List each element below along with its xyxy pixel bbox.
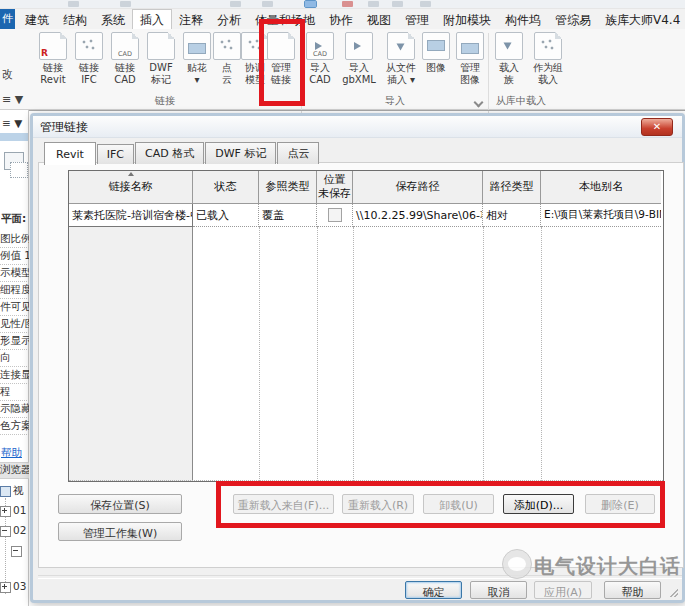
plan-label-fragment: 平面:: [1, 212, 29, 226]
property-row: 细程度: [0, 283, 29, 299]
ribbon-tab-guanzongyi[interactable]: 管综易: [548, 9, 598, 29]
properties-help-link[interactable]: 帮助: [1, 446, 29, 460]
link-cad-label: 链接 CAD: [108, 62, 142, 86]
link-cad-button[interactable]: CAD 链接 CAD: [108, 32, 142, 86]
tab-cad-formats[interactable]: CAD 格式: [135, 142, 204, 164]
qat-icon[interactable]: [120, 1, 131, 7]
column-header-saved-path[interactable]: 保存路径: [353, 171, 483, 204]
insert-from-file-icon: [387, 32, 415, 60]
qat-icon[interactable]: [342, 1, 353, 7]
import-gbxml-label: 导入 gbXML: [339, 62, 379, 86]
image-button[interactable]: 图像: [421, 32, 451, 74]
load-family-label: 载入 族: [492, 62, 526, 86]
help-button[interactable]: 帮助: [604, 581, 661, 599]
tree-item-01[interactable]: 01: [0, 504, 29, 518]
ribbon-tab-insert[interactable]: 插入: [132, 9, 172, 29]
position-not-saved-checkbox[interactable]: [328, 208, 342, 222]
cancel-button[interactable]: 取消: [470, 581, 527, 599]
tab-ifc[interactable]: IFC: [97, 144, 134, 164]
property-row: 连接显: [0, 368, 29, 384]
load-as-group-button[interactable]: 作为组 载入: [528, 32, 568, 86]
dwf-markup-button[interactable]: DWF 标记: [144, 32, 178, 86]
tab-dwf-markups[interactable]: DWF 标记: [205, 142, 276, 164]
qat-icon-active[interactable]: [305, 1, 316, 7]
panel-label-load-from-library: 从库中载入: [486, 94, 556, 108]
manage-worksets-button[interactable]: 管理工作集(W): [58, 522, 182, 541]
import-gbxml-icon: [345, 32, 373, 60]
import-dialog-launcher-icon[interactable]: [474, 98, 482, 106]
apply-button[interactable]: 应用(A): [534, 581, 592, 599]
collapse-icon[interactable]: [0, 526, 11, 537]
ribbon-tab-systems[interactable]: 系统: [94, 9, 132, 29]
close-icon[interactable]: ✕: [641, 118, 673, 136]
property-row: 形显示: [0, 334, 29, 350]
qat-icon[interactable]: [392, 1, 403, 7]
panel-label-link: 链接: [130, 94, 200, 108]
qat-icon[interactable]: [68, 1, 79, 7]
column-header-reference-type[interactable]: 参照类型: [259, 171, 317, 204]
import-gbxml-button[interactable]: 导入 gbXML: [339, 32, 379, 86]
link-ifc-label: 链接 IFC: [72, 62, 106, 86]
image-label: 图像: [421, 62, 451, 74]
expand-icon[interactable]: [0, 506, 11, 517]
resize-grip[interactable]: [669, 588, 678, 597]
ribbon-tab-structure[interactable]: 结构: [56, 9, 94, 29]
file-menu-button[interactable]: 件: [0, 9, 15, 29]
property-row: 向: [0, 351, 29, 367]
expand-icon[interactable]: [0, 582, 11, 593]
ribbon-tab-collaborate[interactable]: 协作: [322, 9, 360, 29]
cell-link-name: 莱素托医院-培训宿舍楼-中: [69, 204, 193, 227]
qat-icon[interactable]: [420, 1, 431, 7]
dialog-tab-strip: Revit IFC CAD 格式 DWF 标记 点云: [44, 142, 320, 164]
ribbon-tab-annotate[interactable]: 注释: [172, 9, 210, 29]
column-header-path-type[interactable]: 路径类型: [483, 171, 541, 204]
tree-item-03[interactable]: 03: [0, 580, 29, 594]
tab-revit[interactable]: Revit: [44, 142, 96, 165]
edit-type-graphic-2: [10, 162, 28, 178]
insert-from-file-label: 从文件 插入 ▾: [381, 62, 421, 86]
tree-item-02[interactable]: 02: [0, 524, 29, 538]
qat-icon[interactable]: [368, 1, 379, 7]
ribbon-tab-goujianwu[interactable]: 构件坞: [498, 9, 548, 29]
cell-reference-type: 覆盖: [259, 204, 317, 227]
qat-icon[interactable]: [230, 1, 241, 7]
image-icon: [422, 32, 450, 60]
ribbon-tab-analyze[interactable]: 分析: [210, 9, 248, 29]
table-row[interactable]: 莱素托医院-培训宿舍楼-中 已载入 覆盖 \\10.2.25.99\Share\…: [69, 204, 663, 227]
decal-button[interactable]: 贴花 ▾: [180, 32, 214, 86]
save-positions-button[interactable]: 保存位置(S): [58, 494, 182, 514]
tree-item-views[interactable]: 视: [0, 484, 29, 498]
watermark-logo: [502, 549, 532, 579]
sort-ascending-icon: [128, 172, 134, 176]
property-row: 示模型: [0, 266, 29, 282]
tab-point-clouds[interactable]: 点云: [277, 142, 319, 164]
load-family-button[interactable]: 载入 族: [492, 32, 526, 86]
manage-images-button[interactable]: 管理 图像: [453, 32, 487, 86]
ribbon-tab-manage[interactable]: 管理: [398, 9, 436, 29]
cell-path-type: 相对: [483, 204, 541, 227]
qat-icon[interactable]: [262, 1, 273, 7]
ribbon-tab-zuku-dashi[interactable]: 族库大师V4.4: [598, 9, 685, 29]
type-selector-fragment-2[interactable]: ≡ ▼: [2, 117, 28, 129]
import-cad-label: 导入 CAD: [303, 62, 337, 86]
import-cad-button[interactable]: CAD 导入 CAD: [303, 32, 337, 86]
column-header-status[interactable]: 状态: [193, 171, 259, 204]
ok-button[interactable]: 确定: [405, 581, 462, 599]
ribbon-tab-addins[interactable]: 附加模块: [436, 9, 498, 29]
column-header-position-not-saved[interactable]: 位置 未保存: [317, 171, 353, 204]
link-ifc-button[interactable]: 链接 IFC: [72, 32, 106, 86]
insert-from-file-button[interactable]: 从文件 插入 ▾: [381, 32, 421, 86]
column-header-local-alias[interactable]: 本地别名: [541, 171, 661, 204]
dwf-markup-label: DWF 标记: [144, 62, 178, 86]
collapse-icon[interactable]: [11, 546, 22, 557]
link-revit-button[interactable]: R 链接 Revit: [36, 32, 70, 86]
property-row: 示隐藏: [0, 402, 29, 418]
dialog-titlebar[interactable]: 管理链接 ✕: [33, 116, 682, 138]
column-header-link-name[interactable]: 链接名称: [69, 171, 193, 204]
property-row: 图比例: [0, 232, 29, 248]
ribbon-tab-view[interactable]: 视图: [360, 9, 398, 29]
type-selector-fragment[interactable]: ≡ ▼: [2, 93, 23, 106]
table-empty-name-column: [69, 227, 193, 481]
ribbon-tab-architecture[interactable]: 建筑: [18, 9, 56, 29]
manage-links-dialog: 管理链接 ✕ Revit IFC CAD 格式 DWF 标记 点云 链接名称 状…: [30, 113, 685, 603]
